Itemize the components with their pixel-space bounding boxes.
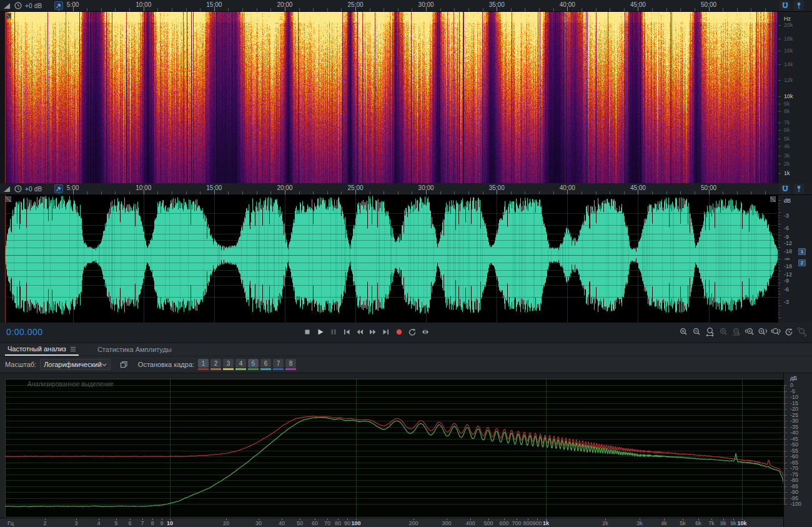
axis-tick [778,51,781,51]
hold-frame-6-button[interactable]: 6 [260,359,271,370]
frequency-analysis-chart[interactable] [5,379,786,518]
gain-label[interactable]: +0 dB [25,186,42,193]
ruler-tick [157,191,158,194]
zoom-selection-bounds-button[interactable] [770,326,781,337]
panel-menu-icon[interactable] [70,346,76,352]
chart-x-tick-label: 100 [351,520,360,526]
zoom-in-left-button[interactable] [744,326,755,337]
chart-y-tick [784,409,787,409]
hold-frame-2-button[interactable]: 2 [210,359,221,370]
ruler-time-label: 40:00 [560,184,575,191]
axis-tick [778,64,781,65]
clock-icon[interactable] [14,184,22,193]
ruler-tick [553,8,554,11]
hold-label: Остановка кадра: [138,361,194,368]
snap-magnet-button[interactable] [780,1,790,11]
spectrogram-timeline-ruler[interactable]: +0 dB 5:0010:0015:0020:0025:0030:0035:00… [0,0,812,12]
skip-forward-button[interactable] [380,326,391,337]
loop-playback-button[interactable] [407,326,417,337]
corner-handle-icon[interactable] [6,13,11,19]
ruler-time-label: 30:00 [418,184,434,191]
ruler-tick [299,8,300,11]
transport-buttons [302,326,430,337]
corner-handle-icon[interactable] [6,196,11,202]
channel-1-badge[interactable]: 1 [798,248,806,255]
chart-y-tick [784,408,785,408]
ruler-tick [186,191,187,194]
hold-frame-1-button[interactable]: 1 [198,359,209,370]
tab-frequency-analysis[interactable]: Частотный анализ [5,343,79,356]
fade-envelope-icon[interactable] [2,1,11,10]
hold-frame-5-button[interactable]: 5 [248,359,259,370]
ruler-tick [539,8,540,11]
ruler-tick [200,191,201,194]
chart-y-tick [784,446,785,446]
skip-selection-button[interactable] [420,326,430,337]
axis-tick [778,209,780,209]
channel-2-badge[interactable]: 2 [798,259,806,266]
waveform-timeline-ruler[interactable]: +0 dB 5:0010:0015:0020:0025:0030:0035:00… [0,183,812,195]
chart-x-tick-label: 7 [141,520,144,526]
spectrogram-panel-toolbar: +0 dB [0,0,63,11]
ruler-tick [582,8,582,11]
zoom-in-button[interactable] [678,326,689,337]
gain-label[interactable]: +0 dB [25,3,42,9]
spectrogram-display[interactable] [5,12,778,183]
copy-settings-button[interactable] [118,359,129,370]
ruler-tick [200,8,201,11]
snap-magnet-button[interactable] [780,184,790,194]
chart-y-tick [784,479,785,479]
chart-x-tick-label: 3 [74,520,77,526]
hold-frame-4-button[interactable]: 4 [235,359,246,370]
ruler-time-label: 20:00 [277,1,292,8]
chart-y-tick-label: -35 [790,424,798,430]
ruler-tick [723,8,723,11]
zoom-in-right-button[interactable] [757,326,768,337]
rewind-button[interactable] [354,326,365,337]
zoom-out-button[interactable] [691,326,702,337]
waveform-display[interactable] [5,195,778,323]
ruler-tick [299,191,300,194]
frequency-axis[interactable]: Hz 20k18k16k14k12k10k9k8k7k6k5k4k3k2k1k [778,12,812,183]
reset-zoom-button[interactable] [783,326,794,337]
hold-frame-7-button[interactable]: 7 [273,359,284,370]
chart-x-tick-label: 40 [279,520,285,526]
ruler-tick [257,191,257,194]
fade-envelope-icon[interactable] [2,184,11,193]
amplitude-axis[interactable]: dB -3-6-9-12-18-∞-18-12-9-6-312 [778,195,812,323]
skip-back-button[interactable] [341,326,352,337]
chart-x-tick-label: 50 [297,520,303,526]
hold-frame-3-button[interactable]: 3 [223,359,234,370]
zoom-selection-button[interactable] [705,326,715,337]
tab-amplitude-statistics[interactable]: Статистика Амплитуды [95,343,174,356]
chart-db-axis: дБ 0-5-10-15-20-25-30-35-40-45-50-55-60-… [783,373,812,527]
marker-pin-button[interactable] [793,1,804,11]
zoom-full-button [796,326,807,337]
chart-y-tick [784,464,785,465]
axis-tick [778,224,781,224]
corner-handle-icon[interactable] [770,196,776,202]
clock-icon[interactable] [14,1,22,10]
transport-bar: 0:00.000 [0,323,812,343]
record-button[interactable] [394,326,404,337]
time-display[interactable]: 0:00.000 [6,327,43,337]
chart-y-tick [784,493,785,494]
scale-select[interactable]: Логарифмический [40,359,111,370]
ruler-time-label: 25:00 [347,1,363,8]
hold-frame-8-button[interactable]: 8 [285,359,296,370]
chart-x-tick-label: 4 [97,520,100,526]
chart-y-tick [784,438,785,438]
hold-frame-color-bar [248,368,259,370]
stop-button[interactable] [302,326,312,337]
chart-y-tick [784,458,785,458]
marker-pin-button[interactable] [793,184,804,194]
play-button[interactable] [315,326,325,337]
axis-tick [778,253,780,254]
chart-y-tick [784,456,787,457]
amplitude-tick-label: -3 [784,299,789,305]
magnet-icon [781,184,790,193]
chart-y-tick [784,441,785,441]
ruler-time-label: 50:00 [701,184,716,191]
ruler-tick [483,191,483,194]
fast-forward-button[interactable] [367,326,378,337]
